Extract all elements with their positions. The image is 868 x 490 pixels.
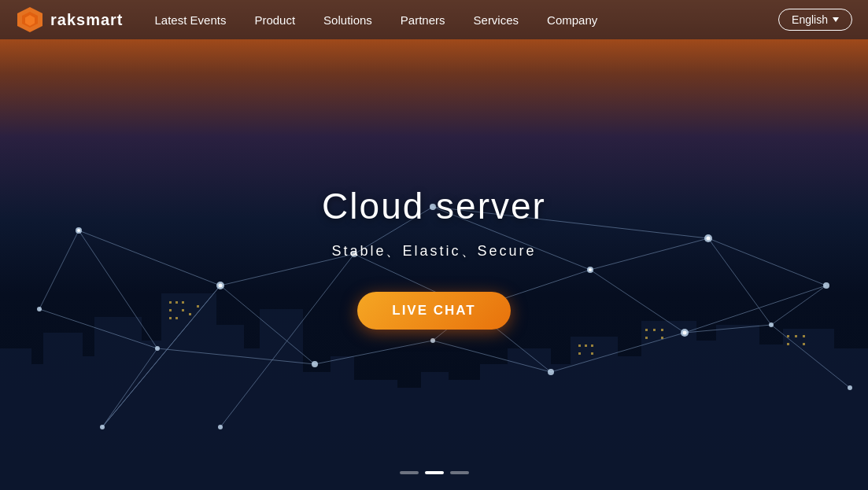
main-nav: raksmart Latest Events Product Solutions… <box>0 0 868 39</box>
language-button[interactable]: English <box>778 9 852 31</box>
live-chat-button[interactable]: LIVE CHAT <box>357 292 510 330</box>
nav-services[interactable]: Services <box>474 13 519 27</box>
carousel-dot-1[interactable] <box>400 471 419 474</box>
hero-section: raksmart Latest Events Product Solutions… <box>0 0 868 490</box>
logo-icon <box>16 6 44 34</box>
hero-title: Cloud server <box>322 185 546 227</box>
nav-latest-events[interactable]: Latest Events <box>155 13 227 27</box>
carousel-dot-3[interactable] <box>450 471 469 474</box>
chevron-down-icon <box>833 17 839 22</box>
carousel-dots <box>400 471 469 474</box>
hero-subtitle: Stable、Elastic、Secure <box>331 241 536 260</box>
nav-solutions[interactable]: Solutions <box>323 13 372 27</box>
carousel-dot-2[interactable] <box>425 471 444 474</box>
hero-content: Cloud server Stable、Elastic、Secure LIVE … <box>0 0 868 490</box>
language-label: English <box>792 13 828 26</box>
nav-product[interactable]: Product <box>254 13 295 27</box>
nav-company[interactable]: Company <box>547 13 597 27</box>
logo-link[interactable]: raksmart <box>16 6 124 34</box>
logo-text: raksmart <box>50 11 124 29</box>
nav-links: Latest Events Product Solutions Partners… <box>155 13 779 27</box>
nav-partners[interactable]: Partners <box>401 13 445 27</box>
